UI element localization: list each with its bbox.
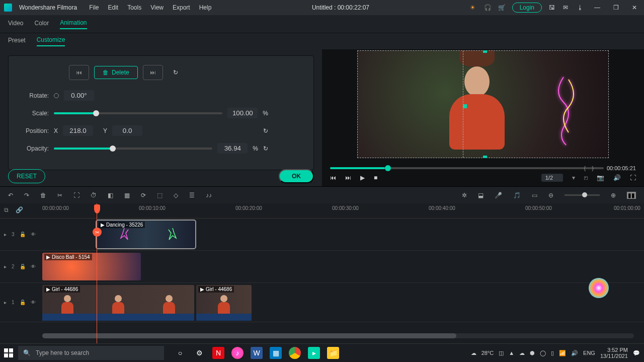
- audio-icon[interactable]: ♪♪: [206, 192, 212, 199]
- chrome-icon[interactable]: [289, 347, 301, 359]
- tray-app-1[interactable]: ◫: [499, 350, 504, 356]
- tray-onedrive-icon[interactable]: ☁: [519, 350, 525, 356]
- tray-app-4[interactable]: ◯: [540, 350, 546, 356]
- lock-icon[interactable]: 🔓: [20, 232, 26, 237]
- snapshot-icon[interactable]: 📷: [597, 174, 604, 181]
- headphones-icon[interactable]: 🎧: [484, 4, 491, 11]
- menu-edit[interactable]: Edit: [108, 4, 119, 11]
- tray-wifi-icon[interactable]: 📶: [559, 350, 566, 356]
- prev-frame-button[interactable]: ⏮: [330, 174, 336, 181]
- visibility-icon[interactable]: 👁: [31, 300, 36, 305]
- scale-slider[interactable]: [54, 112, 222, 114]
- trello-icon[interactable]: ▦: [270, 347, 282, 359]
- fullscreen-icon[interactable]: ⛶: [630, 174, 636, 181]
- filmora-task-icon[interactable]: ▸: [308, 347, 320, 359]
- close-button[interactable]: ✕: [629, 4, 640, 11]
- preview-zoom-select[interactable]: 1/2: [541, 174, 563, 182]
- tab-preset[interactable]: Preset: [8, 37, 26, 46]
- tab-animation[interactable]: Animation: [60, 19, 87, 29]
- clip-dancing[interactable]: ▶Dancing - 35226: [97, 221, 195, 248]
- color-icon[interactable]: ◧: [108, 192, 113, 199]
- volume-icon[interactable]: 🔊: [613, 174, 621, 181]
- explorer-icon[interactable]: 📁: [327, 347, 339, 359]
- tab-customize[interactable]: Customize: [37, 36, 65, 46]
- minimize-button[interactable]: —: [591, 4, 603, 11]
- reset-keyframe-icon[interactable]: ↻: [173, 69, 178, 76]
- redo-icon[interactable]: ↷: [24, 192, 29, 199]
- rotate-input[interactable]: [64, 90, 94, 101]
- menu-export[interactable]: Export: [173, 4, 190, 11]
- opacity-slider[interactable]: [54, 148, 212, 150]
- settings-icon[interactable]: ⚙: [193, 347, 205, 359]
- preview-canvas[interactable]: [357, 50, 609, 158]
- render-icon[interactable]: ⟳: [141, 192, 146, 199]
- opacity-reset-icon[interactable]: ↻: [263, 145, 268, 152]
- tab-video[interactable]: Video: [8, 20, 23, 29]
- speed-icon[interactable]: ⏱: [91, 192, 97, 199]
- position-reset-icon[interactable]: ↻: [263, 127, 268, 134]
- marker-icon[interactable]: ⬓: [478, 192, 484, 199]
- clip-disco[interactable]: ▶Disco Ball - 5154: [42, 253, 141, 280]
- prev-keyframe-button[interactable]: ⏮: [69, 65, 89, 80]
- delete-icon[interactable]: 🗑: [40, 192, 46, 199]
- next-keyframe-button[interactable]: ⏭: [143, 65, 163, 80]
- maximize-button[interactable]: ❐: [610, 4, 622, 11]
- timeline-hscrollbar[interactable]: [42, 333, 634, 338]
- cortana-icon[interactable]: ○: [174, 347, 186, 359]
- playhead[interactable]: [97, 203, 97, 343]
- stop-button[interactable]: ■: [374, 174, 377, 181]
- crop-icon[interactable]: ⛶: [73, 192, 79, 199]
- lock-icon[interactable]: 🔓: [20, 264, 26, 269]
- tray-app-3[interactable]: ⬢: [530, 350, 535, 356]
- tray-battery-icon[interactable]: ▯: [551, 350, 554, 356]
- tray-clock[interactable]: 3:52 PM 13/11/2021: [600, 347, 628, 359]
- keyframe-icon[interactable]: ◇: [174, 192, 178, 199]
- rotate-dot-icon[interactable]: [54, 93, 59, 98]
- adjust-icon[interactable]: ☰: [189, 192, 195, 199]
- tray-app-2[interactable]: ▲: [509, 350, 514, 356]
- tray-volume-icon[interactable]: 🔊: [571, 350, 578, 356]
- sun-icon[interactable]: ☀: [470, 4, 477, 11]
- start-button[interactable]: [4, 348, 13, 357]
- opacity-input[interactable]: [217, 143, 248, 154]
- audio-clip-2[interactable]: [196, 314, 252, 321]
- zoom-in-icon[interactable]: ⊕: [611, 192, 616, 199]
- mic-icon[interactable]: 🎤: [495, 192, 502, 199]
- lock-icon[interactable]: 🔓: [20, 300, 26, 305]
- handle-mid[interactable]: [463, 104, 467, 108]
- mail-icon[interactable]: ✉: [563, 4, 570, 11]
- split-icon[interactable]: ✂: [57, 192, 62, 199]
- audio-clip-1[interactable]: [42, 314, 194, 321]
- menu-tools[interactable]: Tools: [127, 4, 141, 11]
- next-frame-button[interactable]: ⏭: [345, 174, 351, 181]
- in-out-braces[interactable]: { }: [584, 165, 594, 171]
- cart-icon[interactable]: 🛒: [498, 4, 505, 11]
- delete-keyframe-button[interactable]: 🗑 Delete: [94, 66, 138, 79]
- preview-scrubber[interactable]: [330, 167, 604, 169]
- ok-button[interactable]: OK: [279, 169, 314, 183]
- scale-input[interactable]: [227, 108, 258, 118]
- split-marker-icon[interactable]: ✂: [93, 228, 102, 237]
- green-screen-icon[interactable]: ▦: [124, 192, 130, 199]
- menu-file[interactable]: File: [89, 4, 99, 11]
- pos-y-input[interactable]: [112, 125, 142, 136]
- login-button[interactable]: Login: [512, 3, 542, 13]
- music-icon[interactable]: 🎵: [513, 192, 521, 199]
- tray-lang-icon[interactable]: ENG: [583, 350, 595, 356]
- undo-icon[interactable]: ↶: [8, 192, 13, 199]
- play-button[interactable]: ▶: [360, 174, 365, 181]
- zoom-out-icon[interactable]: ⊖: [548, 192, 553, 199]
- netflix-icon[interactable]: N: [212, 347, 224, 359]
- itunes-icon[interactable]: ♪: [231, 347, 244, 359]
- brand-bubble-icon[interactable]: [589, 278, 609, 298]
- selection-marquee[interactable]: [357, 50, 609, 158]
- notification-icon[interactable]: 💬: [633, 350, 640, 356]
- tab-color[interactable]: Color: [34, 20, 49, 29]
- word-icon[interactable]: W: [251, 347, 263, 359]
- handle-top[interactable]: [483, 50, 487, 53]
- display-mode-icon[interactable]: ⏍: [584, 174, 588, 181]
- menu-help[interactable]: Help: [199, 4, 212, 11]
- menu-view[interactable]: View: [150, 4, 164, 11]
- zoom-slider[interactable]: [565, 194, 600, 196]
- clip-girl-2[interactable]: ▶Girl - 44686: [196, 285, 252, 314]
